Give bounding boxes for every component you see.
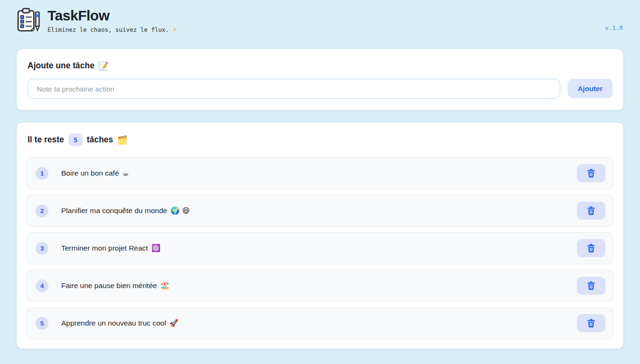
task-number-badge: 4 (36, 280, 48, 292)
task-row: 5 Apprendre un nouveau truc cool 🚀 (27, 307, 613, 339)
task-emoji: ☕ (122, 169, 129, 177)
delete-task-button[interactable] (577, 314, 605, 332)
add-task-heading: Ajoute une tâche 📝 (28, 61, 612, 71)
app-title: TaskFlow (47, 7, 177, 25)
title-block: TaskFlow Éliminez le chaos, suivez le fl… (47, 7, 177, 33)
task-text: Boire un bon café (61, 169, 119, 177)
version-label: v.1.0 (605, 24, 624, 31)
heading-prefix: Il te reste (28, 135, 64, 145)
trash-icon (587, 319, 595, 327)
new-task-input[interactable] (28, 79, 560, 99)
task-text: Faire une pause bien méritée (61, 281, 157, 290)
delete-task-button[interactable] (577, 239, 605, 257)
task-row: 3 Terminer mon projet React ⚛️ (27, 232, 613, 264)
delete-task-button[interactable] (577, 277, 605, 295)
task-text: Planifier ma conquête du monde (61, 206, 167, 215)
app-header: TaskFlow Éliminez le chaos, suivez le fl… (0, 0, 640, 43)
task-list: 1 Boire un bon café ☕ 2 Planifier ma con… (27, 157, 613, 339)
trash-icon (587, 244, 595, 252)
add-task-card: Ajoute une tâche 📝 Ajouter (17, 49, 623, 110)
task-text: Apprendre un nouveau truc cool (61, 319, 166, 327)
trash-icon (587, 281, 595, 290)
task-number-badge: 2 (36, 205, 48, 217)
task-list-card: Il te reste 5 tâches 🗂️ 1 Boire un bon c… (17, 122, 623, 349)
app-logo (15, 7, 42, 34)
task-text: Terminer mon projet React (61, 244, 148, 252)
memo-icon: 📝 (98, 61, 109, 71)
trash-icon (587, 169, 595, 177)
remaining-count-badge: 5 (68, 133, 83, 146)
app-tagline: Éliminez le chaos, suivez le flux. ⚡ (47, 26, 177, 33)
task-emoji: 🏖️ (160, 281, 169, 290)
add-task-row: Ajouter (28, 79, 612, 99)
task-emoji: 🌍 😄 (170, 206, 189, 215)
task-list-heading: Il te reste 5 tâches 🗂️ (27, 133, 613, 146)
delete-task-button[interactable] (577, 202, 605, 220)
task-row: 4 Faire une pause bien méritée 🏖️ (27, 270, 613, 302)
add-task-heading-text: Ajoute une tâche (28, 61, 94, 71)
task-row: 1 Boire un bon café ☕ (27, 157, 613, 189)
task-number-badge: 1 (36, 167, 48, 180)
task-emoji: 🚀 (169, 319, 179, 327)
tagline-text: Éliminez le chaos, suivez le flux. (47, 26, 169, 33)
task-emoji: ⚛️ (151, 244, 160, 252)
heading-suffix: tâches (87, 135, 113, 145)
task-number-badge: 3 (36, 242, 48, 255)
delete-task-button[interactable] (577, 164, 605, 182)
trash-icon (587, 206, 595, 215)
card-index-icon: 🗂️ (117, 135, 128, 145)
add-task-button[interactable]: Ajouter (568, 79, 612, 98)
clipboard-checklist-pencil-icon (15, 7, 42, 34)
lightning-bolt-icon: ⚡ (172, 26, 177, 33)
task-number-badge: 5 (36, 317, 48, 330)
task-row: 2 Planifier ma conquête du monde 🌍 😄 (27, 195, 613, 227)
